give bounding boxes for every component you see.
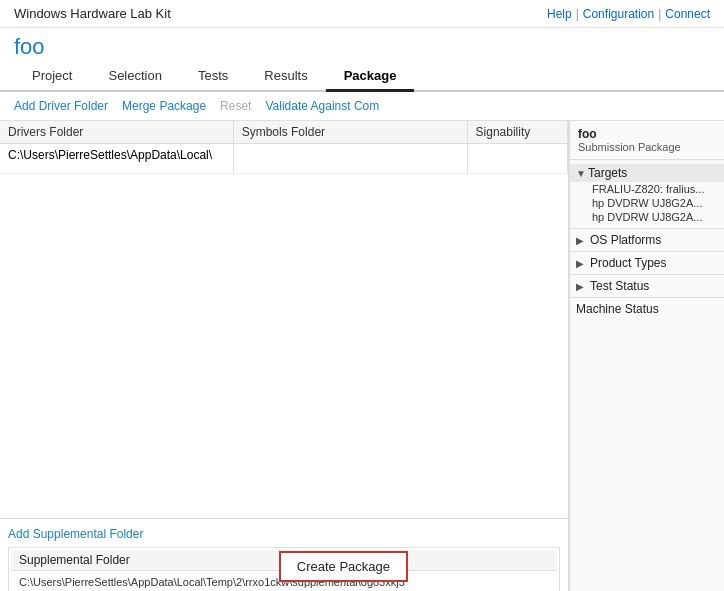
- foo-title: foo: [0, 28, 724, 62]
- drivers-folder-cell: [0, 144, 233, 174]
- merge-package-button[interactable]: Merge Package: [122, 96, 220, 116]
- tab-tests[interactable]: Tests: [180, 62, 246, 92]
- left-panel: Drivers Folder Symbols Folder Signabilit…: [0, 121, 569, 591]
- folder-table: Drivers Folder Symbols Folder Signabilit…: [0, 121, 568, 174]
- header-links: Help | Configuration | Connect: [547, 7, 710, 21]
- machine-status: Machine Status: [570, 297, 724, 320]
- product-types-arrow: ▶: [576, 258, 590, 269]
- app-title: Windows Hardware Lab Kit: [14, 6, 171, 21]
- tab-results[interactable]: Results: [246, 62, 325, 92]
- col-drivers-folder: Drivers Folder: [0, 121, 233, 144]
- table-row: [0, 144, 568, 174]
- os-platforms-arrow: ▶: [576, 235, 590, 246]
- test-status-label: Test Status: [590, 279, 649, 293]
- add-supplemental-folder-button[interactable]: Add Supplemental Folder: [8, 527, 560, 541]
- target-2[interactable]: hp DVDRW UJ8G2A...: [570, 196, 724, 210]
- target-3[interactable]: hp DVDRW UJ8G2A...: [570, 210, 724, 224]
- targets-header: ▼ Targets: [570, 164, 724, 182]
- drivers-folder-input[interactable]: [8, 148, 225, 162]
- validate-against-com-button[interactable]: Validate Against Com: [265, 96, 393, 116]
- connect-link[interactable]: Connect: [665, 7, 710, 21]
- test-status-arrow: ▶: [576, 281, 590, 292]
- targets-label: Targets: [588, 166, 718, 180]
- col-symbols-folder: Symbols Folder: [233, 121, 467, 144]
- os-platforms-section[interactable]: ▶ OS Platforms: [570, 228, 724, 251]
- toolbar: Add Driver Folder Merge Package Reset Va…: [0, 92, 724, 121]
- product-types-section[interactable]: ▶ Product Types: [570, 251, 724, 274]
- symbols-folder-cell: [233, 144, 467, 174]
- help-link[interactable]: Help: [547, 7, 572, 21]
- add-driver-folder-button[interactable]: Add Driver Folder: [14, 96, 122, 116]
- col-signability: Signability: [467, 121, 567, 144]
- tab-package[interactable]: Package: [326, 62, 415, 92]
- left-content: Drivers Folder Symbols Folder Signabilit…: [0, 121, 568, 591]
- spacer: [0, 174, 568, 518]
- configuration-link[interactable]: Configuration: [583, 7, 654, 21]
- nav-tabs: Project Selection Tests Results Package: [0, 62, 724, 92]
- right-panel-subtitle: Submission Package: [570, 141, 724, 160]
- target-1[interactable]: FRALIU-Z820: fralius...: [570, 182, 724, 196]
- main-area: Drivers Folder Symbols Folder Signabilit…: [0, 121, 724, 591]
- product-types-label: Product Types: [590, 256, 667, 270]
- reset-button[interactable]: Reset: [220, 96, 265, 116]
- right-panel-title: foo: [570, 121, 724, 141]
- right-panel: foo Submission Package ▼ Targets FRALIU-…: [569, 121, 724, 591]
- header: Windows Hardware Lab Kit Help | Configur…: [0, 0, 724, 28]
- tab-project[interactable]: Project: [14, 62, 90, 92]
- os-platforms-label: OS Platforms: [590, 233, 661, 247]
- symbols-folder-input[interactable]: [242, 148, 459, 162]
- signability-cell: [467, 144, 567, 174]
- create-package-button[interactable]: Create Package: [279, 551, 408, 582]
- targets-arrow: ▼: [576, 168, 588, 179]
- sep2: |: [658, 7, 661, 21]
- sep1: |: [576, 7, 579, 21]
- targets-section: ▼ Targets FRALIU-Z820: fralius... hp DVD…: [570, 160, 724, 228]
- test-status-section[interactable]: ▶ Test Status: [570, 274, 724, 297]
- tab-selection[interactable]: Selection: [90, 62, 179, 92]
